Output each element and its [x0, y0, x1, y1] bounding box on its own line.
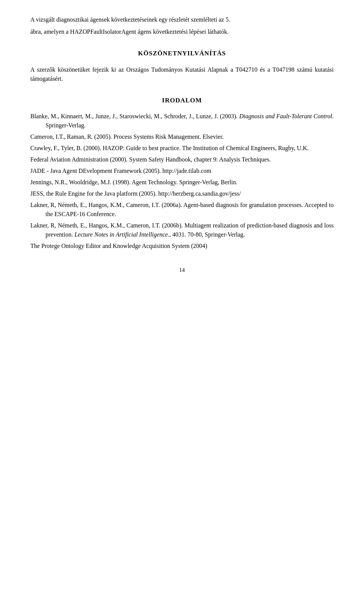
ref-lakner2006b: Lakner, R, Németh, E., Hangos, K.M., Cam… — [30, 221, 334, 239]
ref-jess: JESS, the Rule Engine for the Java platf… — [30, 189, 334, 198]
ref-cameron-text: Cameron, I.T., Raman, R. (2005). Process… — [30, 133, 224, 140]
ref-crawley-text: Crawley, F., Tyler, B. (2000). HAZOP: Gu… — [30, 145, 309, 151]
ref-jennings-text: Jennings, N.R., Wooldridge, M.J. (1998).… — [30, 179, 237, 185]
ref-lakner2006b-italic: Lecture Notes in Artificial Intelligence… — [74, 231, 171, 238]
acknowledgment-text: A szerzők köszönetüket fejezik ki az Ors… — [30, 65, 334, 83]
ref-lakner2006b-pages: 4031. 70-80, Springer-Verlag. — [173, 231, 245, 238]
ref-blanke: Blanke, M., Kinnaert, M., Junze, J., Sta… — [30, 112, 334, 130]
page-number: 14 — [30, 266, 334, 274]
intro-line1: A vizsgált diagnosztikai ágensek követke… — [30, 15, 334, 24]
ref-federal: Federal Aviation Administration (2000). … — [30, 155, 334, 164]
page-content: A vizsgált diagnosztikai ágensek követke… — [30, 15, 334, 274]
ref-protege: The Protege Ontology Editor and Knowledg… — [30, 241, 334, 251]
ref-lakner2006a-text: Lakner, R, Németh, E., Hangos, K.M., Cam… — [30, 202, 334, 217]
ref-crawley: Crawley, F., Tyler, B. (2000). HAZOP: Gu… — [30, 144, 334, 153]
ref-blanke-italic: Diagnosis and Fault-Tolerant Control. — [239, 113, 334, 119]
ref-blanke-publisher: Springer-Verlag. — [46, 122, 86, 129]
references-section: Blanke, M., Kinnaert, M., Junze, J., Sta… — [30, 112, 334, 251]
ref-jess-text: JESS, the Rule Engine for the Java platf… — [30, 190, 241, 197]
acknowledgment-heading: KÖSZÖNETNYILVÁNÍTÁS — [30, 49, 334, 58]
ref-lakner2006a: Lakner, R, Németh, E., Hangos, K.M., Cam… — [30, 201, 334, 219]
ref-blanke-text: Blanke, M., Kinnaert, M., Junze, J., Sta… — [30, 113, 238, 119]
ref-federal-text: Federal Aviation Administration (2000). … — [30, 156, 271, 163]
ref-cameron: Cameron, I.T., Raman, R. (2005). Process… — [30, 132, 334, 141]
ref-jade: JADE - Java Agent DEvelopment Framework … — [30, 166, 334, 176]
ref-jade-text: JADE - Java Agent DEvelopment Framework … — [30, 168, 211, 174]
intro-line2: ábra, amelyen a HAZOPFaultIsolatorAgent … — [30, 27, 334, 36]
ref-jennings: Jennings, N.R., Wooldridge, M.J. (1998).… — [30, 178, 334, 187]
ref-protege-text: The Protege Ontology Editor and Knowledg… — [30, 243, 207, 249]
references-heading: IRODALOM — [30, 96, 334, 105]
